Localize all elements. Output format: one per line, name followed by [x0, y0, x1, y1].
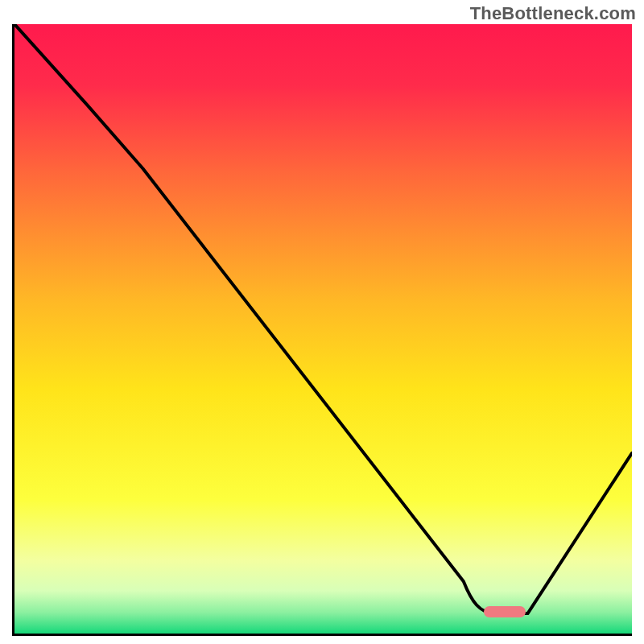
bottleneck-curve: [14, 24, 632, 634]
chart-container: TheBottleneck.com: [0, 0, 644, 644]
optimum-marker: [484, 606, 526, 617]
watermark-text: TheBottleneck.com: [470, 3, 636, 24]
plot-frame: [12, 24, 632, 636]
